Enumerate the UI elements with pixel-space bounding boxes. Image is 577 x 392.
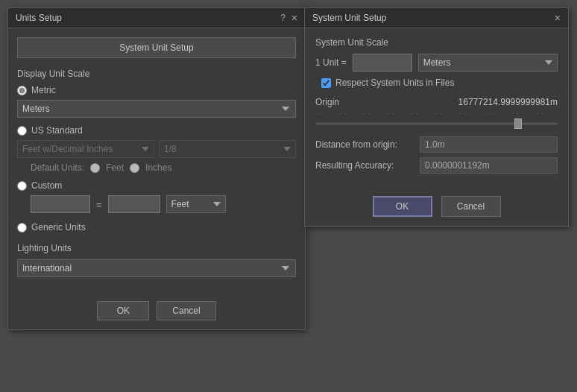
feet-radio[interactable] [90,163,100,173]
feet-label: Feet [106,162,124,173]
system-titlebar-controls: × [555,13,561,23]
default-units-label: Default Units: [31,162,84,173]
system-cancel-button[interactable]: Cancel [441,196,501,217]
custom-row: FL = 660.0 Feet [31,195,296,213]
origin-row: Origin 16777214.9999999981m [315,97,558,107]
origin-value: 16777214.9999999981m [375,97,558,107]
checkbox-label: Respect System Units in Files [335,78,454,88]
custom-label: Custom [31,180,62,191]
distance-row: Distance from origin: 1.0m [315,136,558,153]
lighting-units-label: Lighting Units [17,243,296,253]
custom-name-input[interactable]: FL [31,195,90,213]
metric-radio[interactable] [17,86,27,95]
units-title: Units Setup [16,13,62,23]
custom-unit-dropdown[interactable]: Feet [166,195,226,213]
units-buttons: OK Cancel [8,294,305,329]
lighting-section: Lighting Units International [17,243,296,285]
system-dialog: System Unit Setup × System Unit Scale 1 … [304,7,569,227]
default-units-row: Default Units: Feet Inches [31,162,296,173]
help-button[interactable]: ? [280,13,286,23]
slider-container: · · · · · · · · · · · · · · · · · · · · … [315,110,558,127]
accuracy-value: 0.0000001192m [420,157,558,174]
system-ok-button[interactable]: OK [373,196,432,217]
accuracy-label: Resulting Accuracy: [315,160,420,171]
us-standard-radio[interactable] [17,126,27,136]
inches-label: Inches [145,162,171,173]
us-standard-option: US Standard [17,125,296,136]
metric-option: Metric [17,85,296,95]
system-body: System Unit Scale 1 Unit = 1.0 Meters Re… [305,28,568,187]
custom-value-input[interactable]: 660.0 [108,195,160,213]
scale-row: 1 Unit = 1.0 Meters [315,54,558,72]
slider-dots: · · · · · · · · · · · · · · · · · · · · … [315,110,558,117]
us-standard-label: US Standard [31,125,83,136]
unit-value-input[interactable]: 1.0 [353,54,412,72]
system-titlebar: System Unit Setup × [305,8,568,28]
units-cancel-button[interactable]: Cancel [157,301,215,320]
origin-label: Origin [315,97,375,107]
generic-units-label: Generic Units [31,222,86,233]
units-ok-button[interactable]: OK [97,301,149,320]
units-dialog: Units Setup ? × System Unit Setup Displa… [7,7,306,330]
generic-radio[interactable] [17,223,27,233]
custom-radio[interactable] [17,181,27,191]
system-close-button[interactable]: × [555,13,561,23]
distance-value: 1.0m [420,136,558,153]
respect-checkbox[interactable] [321,78,331,88]
units-titlebar: Units Setup ? × [8,8,305,28]
us-frac-dropdown[interactable]: 1/8 [159,140,296,158]
custom-option: Custom [17,180,296,191]
unit-label: 1 Unit = [315,57,347,68]
units-body: System Unit Setup Display Unit Scale Met… [8,28,305,294]
accuracy-row: Resulting Accuracy: 0.0000001192m [315,157,558,174]
equals-sign: = [96,199,102,210]
display-unit-scale-label: Display Unit Scale [17,69,296,79]
metric-dropdown[interactable]: Meters [17,100,296,118]
unit-dropdown[interactable]: Meters [418,54,558,72]
system-unit-button[interactable]: System Unit Setup [17,37,296,58]
generic-units-row: Generic Units [17,222,296,233]
scale-section-label: System Unit Scale [315,37,558,48]
inches-radio[interactable] [130,163,139,173]
origin-slider[interactable] [315,122,558,125]
us-feet-dropdown[interactable]: Feet w/Decimal Inches [17,140,154,158]
checkbox-row: Respect System Units in Files [321,78,558,88]
system-buttons: OK Cancel [305,187,568,226]
metric-label: Metric [31,85,56,95]
system-title: System Unit Setup [312,13,386,23]
lighting-dropdown[interactable]: International [17,259,296,277]
close-button[interactable]: × [291,13,297,23]
us-standard-row: Feet w/Decimal Inches 1/8 [17,140,296,158]
distance-label: Distance from origin: [315,139,420,150]
titlebar-controls: ? × [280,13,297,23]
